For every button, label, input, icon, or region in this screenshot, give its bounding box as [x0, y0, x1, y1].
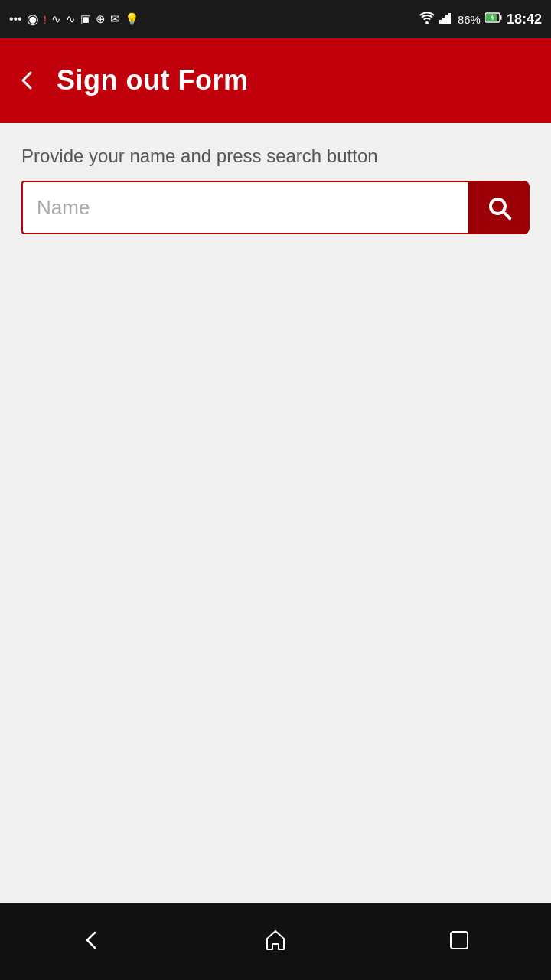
notification-dots-icon: •••	[9, 12, 22, 26]
nav-back-icon	[80, 928, 104, 956]
bottom-nav	[0, 903, 551, 980]
signal-icon	[439, 12, 453, 27]
status-left-icons: ••• ◉ ! ∿ ∿ ▣ ⊕ ✉ 💡	[9, 11, 139, 28]
back-button[interactable]	[15, 69, 38, 92]
svg-rect-0	[439, 20, 442, 24]
nav-recents-icon	[448, 929, 471, 956]
nav-back-button[interactable]	[61, 919, 122, 965]
wave2-icon: ∿	[66, 12, 76, 26]
svg-rect-3	[448, 13, 451, 24]
status-bar: ••• ◉ ! ∿ ∿ ▣ ⊕ ✉ 💡 86% 18:42	[0, 0, 551, 38]
instruction-text: Provide your name and press search butto…	[21, 145, 530, 167]
gallery-icon: ▣	[80, 12, 91, 26]
wifi-icon	[419, 12, 435, 27]
name-input[interactable]	[21, 181, 468, 234]
search-row	[21, 181, 530, 234]
nav-home-icon	[263, 928, 288, 956]
content-area: Provide your name and press search butto…	[0, 122, 551, 234]
whatsapp-icon: ◉	[27, 11, 39, 28]
status-time: 18:42	[507, 11, 542, 28]
app-bar: Sign out Form	[0, 38, 551, 122]
svg-rect-5	[500, 15, 501, 20]
svg-rect-1	[442, 18, 445, 24]
search-icon	[484, 193, 514, 222]
mail-icon: ✉	[110, 12, 120, 26]
svg-rect-10	[451, 932, 468, 949]
status-right-icons: 86% 18:42	[419, 11, 542, 28]
nav-recents-button[interactable]	[429, 919, 490, 965]
globe-icon: ⊕	[96, 12, 106, 26]
wave1-icon: ∿	[51, 12, 61, 26]
nav-home-button[interactable]	[245, 919, 306, 965]
svg-rect-2	[445, 15, 448, 24]
search-button[interactable]	[468, 181, 530, 234]
alert-icon: !	[44, 13, 47, 26]
battery-percentage: 86%	[458, 13, 481, 26]
page-title: Sign out Form	[57, 64, 248, 96]
bulb-icon: 💡	[125, 12, 139, 26]
battery-icon	[485, 11, 502, 27]
